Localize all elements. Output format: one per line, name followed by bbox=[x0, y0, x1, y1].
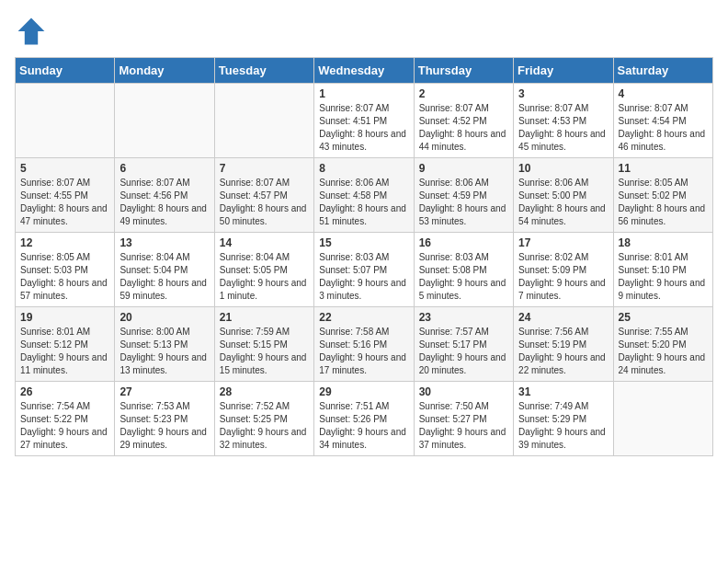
calendar-cell: 18Sunrise: 8:01 AM Sunset: 5:10 PM Dayli… bbox=[613, 233, 712, 307]
day-number: 12 bbox=[20, 236, 109, 249]
calendar-cell: 1Sunrise: 8:07 AM Sunset: 4:51 PM Daylig… bbox=[314, 84, 414, 158]
calendar-cell: 11Sunrise: 8:05 AM Sunset: 5:02 PM Dayli… bbox=[613, 158, 712, 233]
day-info: Sunrise: 7:54 AM Sunset: 5:22 PM Dayligh… bbox=[20, 400, 109, 452]
day-info: Sunrise: 8:07 AM Sunset: 4:55 PM Dayligh… bbox=[20, 177, 109, 228]
day-info: Sunrise: 8:03 AM Sunset: 5:07 PM Dayligh… bbox=[319, 251, 408, 303]
calendar-cell bbox=[115, 84, 214, 158]
calendar-cell: 14Sunrise: 8:04 AM Sunset: 5:05 PM Dayli… bbox=[214, 233, 313, 307]
day-info: Sunrise: 7:59 AM Sunset: 5:15 PM Dayligh… bbox=[220, 326, 309, 377]
day-number: 1 bbox=[319, 87, 408, 100]
day-number: 10 bbox=[518, 162, 608, 175]
day-info: Sunrise: 7:53 AM Sunset: 5:23 PM Dayligh… bbox=[119, 400, 209, 452]
day-info: Sunrise: 8:06 AM Sunset: 4:58 PM Dayligh… bbox=[319, 177, 408, 228]
header-saturday: Saturday bbox=[613, 58, 712, 84]
calendar-cell: 5Sunrise: 8:07 AM Sunset: 4:55 PM Daylig… bbox=[16, 158, 115, 233]
header-thursday: Thursday bbox=[414, 58, 513, 84]
day-info: Sunrise: 8:01 AM Sunset: 5:12 PM Dayligh… bbox=[20, 326, 109, 377]
day-info: Sunrise: 8:06 AM Sunset: 4:59 PM Dayligh… bbox=[419, 177, 508, 228]
calendar-cell: 19Sunrise: 8:01 AM Sunset: 5:12 PM Dayli… bbox=[16, 307, 115, 382]
calendar-header: SundayMondayTuesdayWednesdayThursdayFrid… bbox=[16, 58, 713, 84]
calendar-cell: 12Sunrise: 8:05 AM Sunset: 5:03 PM Dayli… bbox=[16, 233, 115, 307]
day-info: Sunrise: 8:05 AM Sunset: 5:02 PM Dayligh… bbox=[619, 177, 708, 228]
day-info: Sunrise: 7:51 AM Sunset: 5:26 PM Dayligh… bbox=[319, 400, 408, 452]
svg-marker-0 bbox=[18, 18, 45, 45]
day-number: 19 bbox=[20, 311, 109, 324]
day-number: 16 bbox=[419, 236, 508, 249]
day-number: 3 bbox=[518, 87, 608, 100]
week-row-4: 19Sunrise: 8:01 AM Sunset: 5:12 PM Dayli… bbox=[16, 307, 713, 382]
day-info: Sunrise: 8:04 AM Sunset: 5:04 PM Dayligh… bbox=[119, 251, 209, 303]
day-info: Sunrise: 8:07 AM Sunset: 4:56 PM Dayligh… bbox=[119, 177, 209, 228]
day-number: 18 bbox=[619, 236, 708, 249]
calendar-cell: 23Sunrise: 7:57 AM Sunset: 5:17 PM Dayli… bbox=[414, 307, 513, 382]
day-number: 29 bbox=[319, 385, 408, 398]
day-number: 21 bbox=[220, 311, 309, 324]
day-info: Sunrise: 8:00 AM Sunset: 5:13 PM Dayligh… bbox=[119, 326, 209, 377]
day-number: 8 bbox=[319, 162, 408, 175]
day-number: 20 bbox=[119, 311, 209, 324]
calendar-cell: 3Sunrise: 8:07 AM Sunset: 4:53 PM Daylig… bbox=[514, 84, 613, 158]
day-number: 7 bbox=[220, 162, 309, 175]
calendar-cell: 17Sunrise: 8:02 AM Sunset: 5:09 PM Dayli… bbox=[514, 233, 613, 307]
day-info: Sunrise: 7:52 AM Sunset: 5:25 PM Dayligh… bbox=[220, 400, 309, 452]
logo bbox=[15, 15, 51, 48]
calendar-cell: 6Sunrise: 8:07 AM Sunset: 4:56 PM Daylig… bbox=[115, 158, 214, 233]
calendar-cell: 4Sunrise: 8:07 AM Sunset: 4:54 PM Daylig… bbox=[613, 84, 712, 158]
calendar-body: 1Sunrise: 8:07 AM Sunset: 4:51 PM Daylig… bbox=[16, 84, 713, 456]
calendar-table: SundayMondayTuesdayWednesdayThursdayFrid… bbox=[15, 57, 713, 456]
calendar-cell: 20Sunrise: 8:00 AM Sunset: 5:13 PM Dayli… bbox=[115, 307, 214, 382]
calendar-cell: 25Sunrise: 7:55 AM Sunset: 5:20 PM Dayli… bbox=[613, 307, 712, 382]
day-number: 26 bbox=[20, 385, 109, 398]
day-number: 28 bbox=[220, 385, 309, 398]
header-wednesday: Wednesday bbox=[314, 58, 414, 84]
calendar-cell: 24Sunrise: 7:56 AM Sunset: 5:19 PM Dayli… bbox=[514, 307, 613, 382]
calendar-cell: 22Sunrise: 7:58 AM Sunset: 5:16 PM Dayli… bbox=[314, 307, 414, 382]
day-number: 11 bbox=[619, 162, 708, 175]
calendar-cell: 7Sunrise: 8:07 AM Sunset: 4:57 PM Daylig… bbox=[214, 158, 313, 233]
day-info: Sunrise: 7:49 AM Sunset: 5:29 PM Dayligh… bbox=[518, 400, 608, 452]
calendar-cell: 30Sunrise: 7:50 AM Sunset: 5:27 PM Dayli… bbox=[414, 382, 513, 456]
day-number: 17 bbox=[518, 236, 608, 249]
day-info: Sunrise: 8:07 AM Sunset: 4:53 PM Dayligh… bbox=[518, 102, 608, 154]
header-tuesday: Tuesday bbox=[214, 58, 313, 84]
week-row-3: 12Sunrise: 8:05 AM Sunset: 5:03 PM Dayli… bbox=[16, 233, 713, 307]
calendar-cell bbox=[613, 382, 712, 456]
day-info: Sunrise: 7:50 AM Sunset: 5:27 PM Dayligh… bbox=[419, 400, 508, 452]
day-info: Sunrise: 7:55 AM Sunset: 5:20 PM Dayligh… bbox=[619, 326, 708, 377]
day-number: 30 bbox=[419, 385, 508, 398]
day-info: Sunrise: 7:56 AM Sunset: 5:19 PM Dayligh… bbox=[518, 326, 608, 377]
week-row-2: 5Sunrise: 8:07 AM Sunset: 4:55 PM Daylig… bbox=[16, 158, 713, 233]
calendar-cell: 31Sunrise: 7:49 AM Sunset: 5:29 PM Dayli… bbox=[514, 382, 613, 456]
logo-icon bbox=[15, 15, 48, 48]
day-info: Sunrise: 8:07 AM Sunset: 4:51 PM Dayligh… bbox=[319, 102, 408, 154]
calendar-cell: 2Sunrise: 8:07 AM Sunset: 4:52 PM Daylig… bbox=[414, 84, 513, 158]
calendar-cell: 9Sunrise: 8:06 AM Sunset: 4:59 PM Daylig… bbox=[414, 158, 513, 233]
header-monday: Monday bbox=[115, 58, 214, 84]
day-info: Sunrise: 8:07 AM Sunset: 4:57 PM Dayligh… bbox=[220, 177, 309, 228]
day-number: 15 bbox=[319, 236, 408, 249]
day-number: 14 bbox=[220, 236, 309, 249]
day-info: Sunrise: 8:03 AM Sunset: 5:08 PM Dayligh… bbox=[419, 251, 508, 303]
calendar-cell: 8Sunrise: 8:06 AM Sunset: 4:58 PM Daylig… bbox=[314, 158, 414, 233]
header-friday: Friday bbox=[514, 58, 613, 84]
day-info: Sunrise: 7:58 AM Sunset: 5:16 PM Dayligh… bbox=[319, 326, 408, 377]
calendar-cell: 29Sunrise: 7:51 AM Sunset: 5:26 PM Dayli… bbox=[314, 382, 414, 456]
calendar-cell: 13Sunrise: 8:04 AM Sunset: 5:04 PM Dayli… bbox=[115, 233, 214, 307]
day-info: Sunrise: 7:57 AM Sunset: 5:17 PM Dayligh… bbox=[419, 326, 508, 377]
header-sunday: Sunday bbox=[16, 58, 115, 84]
calendar-cell: 21Sunrise: 7:59 AM Sunset: 5:15 PM Dayli… bbox=[214, 307, 313, 382]
day-number: 25 bbox=[619, 311, 708, 324]
week-row-5: 26Sunrise: 7:54 AM Sunset: 5:22 PM Dayli… bbox=[16, 382, 713, 456]
calendar-cell: 15Sunrise: 8:03 AM Sunset: 5:07 PM Dayli… bbox=[314, 233, 414, 307]
day-number: 24 bbox=[518, 311, 608, 324]
calendar-cell: 26Sunrise: 7:54 AM Sunset: 5:22 PM Dayli… bbox=[16, 382, 115, 456]
day-info: Sunrise: 8:06 AM Sunset: 5:00 PM Dayligh… bbox=[518, 177, 608, 228]
day-number: 31 bbox=[518, 385, 608, 398]
day-info: Sunrise: 8:07 AM Sunset: 4:52 PM Dayligh… bbox=[419, 102, 508, 154]
day-number: 27 bbox=[119, 385, 209, 398]
day-info: Sunrise: 8:01 AM Sunset: 5:10 PM Dayligh… bbox=[619, 251, 708, 303]
day-info: Sunrise: 8:04 AM Sunset: 5:05 PM Dayligh… bbox=[220, 251, 309, 303]
day-number: 2 bbox=[419, 87, 508, 100]
day-info: Sunrise: 8:02 AM Sunset: 5:09 PM Dayligh… bbox=[518, 251, 608, 303]
header-row: SundayMondayTuesdayWednesdayThursdayFrid… bbox=[16, 58, 713, 84]
